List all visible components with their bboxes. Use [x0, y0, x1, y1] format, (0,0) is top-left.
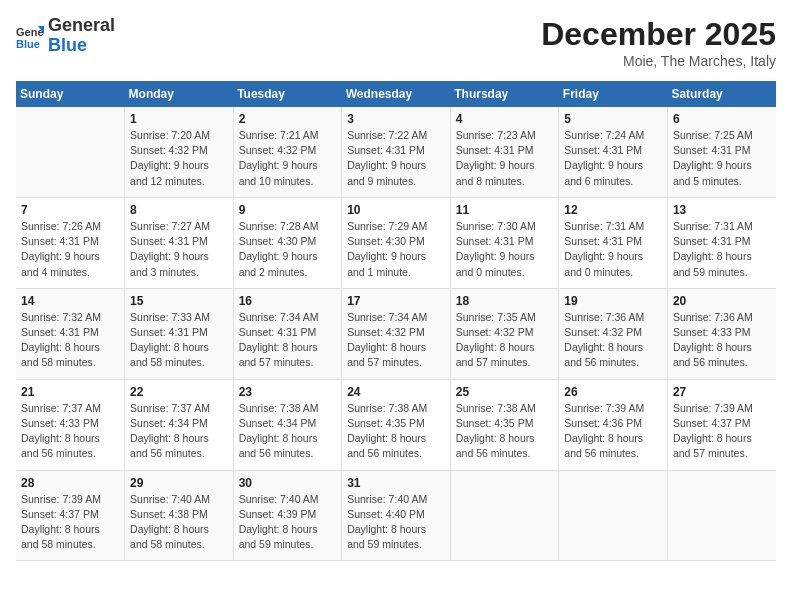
day-cell: 11Sunrise: 7:30 AM Sunset: 4:31 PM Dayli… [450, 197, 559, 288]
day-cell: 6Sunrise: 7:25 AM Sunset: 4:31 PM Daylig… [667, 107, 776, 197]
day-cell [559, 470, 668, 561]
calendar-subtitle: Moie, The Marches, Italy [541, 53, 776, 69]
day-cell: 23Sunrise: 7:38 AM Sunset: 4:34 PM Dayli… [233, 379, 342, 470]
day-cell [667, 470, 776, 561]
day-number: 13 [673, 203, 771, 217]
day-cell [16, 107, 125, 197]
day-info: Sunrise: 7:27 AM Sunset: 4:31 PM Dayligh… [130, 219, 228, 280]
day-number: 29 [130, 476, 228, 490]
day-info: Sunrise: 7:39 AM Sunset: 4:37 PM Dayligh… [21, 492, 119, 553]
week-row-3: 14Sunrise: 7:32 AM Sunset: 4:31 PM Dayli… [16, 288, 776, 379]
day-info: Sunrise: 7:40 AM Sunset: 4:40 PM Dayligh… [347, 492, 445, 553]
day-header-friday: Friday [559, 81, 668, 107]
day-info: Sunrise: 7:37 AM Sunset: 4:33 PM Dayligh… [21, 401, 119, 462]
day-info: Sunrise: 7:38 AM Sunset: 4:34 PM Dayligh… [239, 401, 337, 462]
day-number: 3 [347, 112, 445, 126]
header: General Blue General Blue December 2025 … [16, 16, 776, 69]
day-cell: 17Sunrise: 7:34 AM Sunset: 4:32 PM Dayli… [342, 288, 451, 379]
day-number: 7 [21, 203, 119, 217]
day-number: 22 [130, 385, 228, 399]
day-cell: 19Sunrise: 7:36 AM Sunset: 4:32 PM Dayli… [559, 288, 668, 379]
day-cell: 15Sunrise: 7:33 AM Sunset: 4:31 PM Dayli… [125, 288, 234, 379]
day-number: 1 [130, 112, 228, 126]
day-number: 19 [564, 294, 662, 308]
week-row-5: 28Sunrise: 7:39 AM Sunset: 4:37 PM Dayli… [16, 470, 776, 561]
day-info: Sunrise: 7:26 AM Sunset: 4:31 PM Dayligh… [21, 219, 119, 280]
day-cell: 2Sunrise: 7:21 AM Sunset: 4:32 PM Daylig… [233, 107, 342, 197]
day-info: Sunrise: 7:38 AM Sunset: 4:35 PM Dayligh… [456, 401, 554, 462]
day-cell: 10Sunrise: 7:29 AM Sunset: 4:30 PM Dayli… [342, 197, 451, 288]
logo: General Blue General Blue [16, 16, 115, 56]
calendar-table: SundayMondayTuesdayWednesdayThursdayFrid… [16, 81, 776, 561]
day-info: Sunrise: 7:24 AM Sunset: 4:31 PM Dayligh… [564, 128, 662, 189]
week-row-4: 21Sunrise: 7:37 AM Sunset: 4:33 PM Dayli… [16, 379, 776, 470]
day-number: 24 [347, 385, 445, 399]
day-cell: 22Sunrise: 7:37 AM Sunset: 4:34 PM Dayli… [125, 379, 234, 470]
day-info: Sunrise: 7:39 AM Sunset: 4:37 PM Dayligh… [673, 401, 771, 462]
day-number: 20 [673, 294, 771, 308]
day-info: Sunrise: 7:21 AM Sunset: 4:32 PM Dayligh… [239, 128, 337, 189]
day-cell [450, 470, 559, 561]
day-number: 9 [239, 203, 337, 217]
day-cell: 16Sunrise: 7:34 AM Sunset: 4:31 PM Dayli… [233, 288, 342, 379]
day-cell: 13Sunrise: 7:31 AM Sunset: 4:31 PM Dayli… [667, 197, 776, 288]
logo-general: General [48, 15, 115, 35]
day-number: 31 [347, 476, 445, 490]
day-header-tuesday: Tuesday [233, 81, 342, 107]
day-cell: 3Sunrise: 7:22 AM Sunset: 4:31 PM Daylig… [342, 107, 451, 197]
day-cell: 29Sunrise: 7:40 AM Sunset: 4:38 PM Dayli… [125, 470, 234, 561]
day-number: 10 [347, 203, 445, 217]
day-number: 21 [21, 385, 119, 399]
day-number: 26 [564, 385, 662, 399]
title-area: December 2025 Moie, The Marches, Italy [541, 16, 776, 69]
day-header-monday: Monday [125, 81, 234, 107]
day-cell: 18Sunrise: 7:35 AM Sunset: 4:32 PM Dayli… [450, 288, 559, 379]
day-cell: 28Sunrise: 7:39 AM Sunset: 4:37 PM Dayli… [16, 470, 125, 561]
day-header-saturday: Saturday [667, 81, 776, 107]
svg-text:Blue: Blue [16, 38, 40, 50]
day-cell: 27Sunrise: 7:39 AM Sunset: 4:37 PM Dayli… [667, 379, 776, 470]
day-info: Sunrise: 7:25 AM Sunset: 4:31 PM Dayligh… [673, 128, 771, 189]
day-number: 25 [456, 385, 554, 399]
day-header-wednesday: Wednesday [342, 81, 451, 107]
day-info: Sunrise: 7:32 AM Sunset: 4:31 PM Dayligh… [21, 310, 119, 371]
day-cell: 30Sunrise: 7:40 AM Sunset: 4:39 PM Dayli… [233, 470, 342, 561]
day-number: 23 [239, 385, 337, 399]
day-number: 8 [130, 203, 228, 217]
day-number: 6 [673, 112, 771, 126]
day-header-thursday: Thursday [450, 81, 559, 107]
day-cell: 21Sunrise: 7:37 AM Sunset: 4:33 PM Dayli… [16, 379, 125, 470]
day-info: Sunrise: 7:40 AM Sunset: 4:39 PM Dayligh… [239, 492, 337, 553]
day-number: 27 [673, 385, 771, 399]
logo-icon: General Blue [16, 22, 44, 50]
day-cell: 24Sunrise: 7:38 AM Sunset: 4:35 PM Dayli… [342, 379, 451, 470]
day-info: Sunrise: 7:22 AM Sunset: 4:31 PM Dayligh… [347, 128, 445, 189]
day-header-sunday: Sunday [16, 81, 125, 107]
day-info: Sunrise: 7:40 AM Sunset: 4:38 PM Dayligh… [130, 492, 228, 553]
day-cell: 31Sunrise: 7:40 AM Sunset: 4:40 PM Dayli… [342, 470, 451, 561]
day-number: 28 [21, 476, 119, 490]
day-number: 5 [564, 112, 662, 126]
day-info: Sunrise: 7:29 AM Sunset: 4:30 PM Dayligh… [347, 219, 445, 280]
week-row-1: 1Sunrise: 7:20 AM Sunset: 4:32 PM Daylig… [16, 107, 776, 197]
day-info: Sunrise: 7:23 AM Sunset: 4:31 PM Dayligh… [456, 128, 554, 189]
day-cell: 8Sunrise: 7:27 AM Sunset: 4:31 PM Daylig… [125, 197, 234, 288]
day-number: 30 [239, 476, 337, 490]
day-number: 16 [239, 294, 337, 308]
day-number: 14 [21, 294, 119, 308]
day-cell: 14Sunrise: 7:32 AM Sunset: 4:31 PM Dayli… [16, 288, 125, 379]
day-info: Sunrise: 7:34 AM Sunset: 4:31 PM Dayligh… [239, 310, 337, 371]
week-row-2: 7Sunrise: 7:26 AM Sunset: 4:31 PM Daylig… [16, 197, 776, 288]
day-cell: 1Sunrise: 7:20 AM Sunset: 4:32 PM Daylig… [125, 107, 234, 197]
day-cell: 20Sunrise: 7:36 AM Sunset: 4:33 PM Dayli… [667, 288, 776, 379]
day-number: 15 [130, 294, 228, 308]
day-info: Sunrise: 7:31 AM Sunset: 4:31 PM Dayligh… [564, 219, 662, 280]
day-info: Sunrise: 7:30 AM Sunset: 4:31 PM Dayligh… [456, 219, 554, 280]
day-cell: 4Sunrise: 7:23 AM Sunset: 4:31 PM Daylig… [450, 107, 559, 197]
calendar-title: December 2025 [541, 16, 776, 53]
logo-blue: Blue [48, 35, 87, 55]
day-number: 2 [239, 112, 337, 126]
day-info: Sunrise: 7:33 AM Sunset: 4:31 PM Dayligh… [130, 310, 228, 371]
day-info: Sunrise: 7:37 AM Sunset: 4:34 PM Dayligh… [130, 401, 228, 462]
day-number: 12 [564, 203, 662, 217]
